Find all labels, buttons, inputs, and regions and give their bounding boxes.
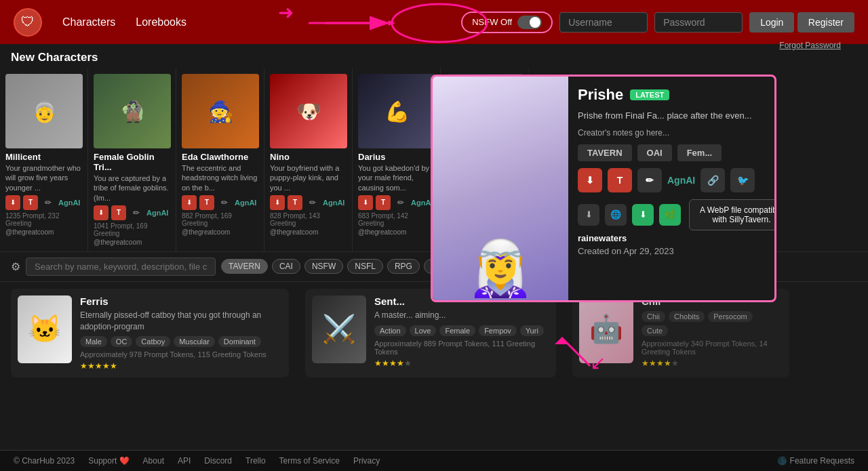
filter-icon[interactable]: ⚙ — [11, 260, 20, 273]
register-button[interactable]: Register — [797, 12, 854, 33]
char-card-goblin[interactable]: 🧌 Female Goblin Tri... You are captured … — [88, 68, 176, 251]
char-list-desc-sent: A master... aiming... — [374, 310, 549, 321]
tag-oc[interactable]: OC — [111, 336, 133, 347]
modal-dl-webp[interactable]: 🌿 — [659, 204, 681, 226]
footer-api[interactable]: API — [178, 456, 191, 466]
modal-share-btn[interactable]: 🔗 — [701, 168, 725, 192]
footer-tos[interactable]: Terms of Service — [279, 456, 340, 466]
tag-chobits[interactable]: Chobits — [669, 311, 705, 322]
tavern-btn-eda[interactable]: T — [199, 195, 214, 210]
tag-persocom[interactable]: Persocom — [708, 311, 753, 322]
modal-dl-dark1[interactable]: ⬇ — [578, 204, 599, 226]
modal-agn-badge[interactable]: AgnAI — [667, 175, 695, 186]
modal-edit-btn[interactable]: ✏ — [637, 168, 662, 192]
download-btn-millicent[interactable]: ⬇ — [5, 195, 20, 210]
nav-lorebooks[interactable]: Lorebooks — [136, 16, 186, 28]
char-stats-eda: 882 Prompt, 169 Greeting — [182, 212, 258, 227]
login-button[interactable]: Login — [749, 12, 794, 33]
tag-fempov[interactable]: Fempov — [479, 325, 517, 336]
modal-tab-fem[interactable]: Fem... — [677, 144, 722, 161]
modal-twitter-btn[interactable]: 🐦 — [730, 168, 755, 192]
footer-support[interactable]: Support ❤️ — [88, 456, 129, 466]
char-info-chii: Chii Chii Chobits Persocom Cute Approxim… — [642, 295, 783, 371]
filter-tag-tavern[interactable]: TAVERN — [221, 259, 268, 274]
agn-badge-nino[interactable]: AgnAI — [323, 199, 344, 207]
char-card-nino[interactable]: 🐶 Nino Your boyfriend with a puppy-play … — [264, 68, 353, 251]
modal-dl-green[interactable]: ⬇ — [632, 204, 654, 226]
filter-tag-nsfw[interactable]: NSFW — [304, 259, 343, 274]
agn-badge-millicent[interactable]: AgnAI — [58, 199, 80, 207]
username-input[interactable] — [559, 12, 648, 33]
filter-tag-cai[interactable]: CAI — [272, 259, 300, 274]
footer: © CharHub 2023 Support ❤️ About API Disc… — [0, 450, 868, 471]
footer-trello[interactable]: Trello — [245, 456, 266, 466]
char-stats-chii: Approximately 340 Prompt Tokens, 14 Gree… — [642, 340, 783, 356]
modal-dl-globe[interactable]: 🌐 — [605, 204, 627, 226]
char-list-tags-chii: Chii Chobits Persocom Cute — [642, 311, 783, 336]
modal-tab-oai[interactable]: OAI — [637, 144, 672, 161]
char-card-millicent[interactable]: 👵 Millicent Your grandmother who will gr… — [0, 68, 88, 251]
edit-btn-nino[interactable]: ✏ — [305, 195, 320, 210]
tag-love[interactable]: Love — [410, 325, 437, 336]
nsfw-toggle[interactable]: NSFW Off — [461, 12, 553, 33]
char-image-millicent: 👵 — [5, 74, 83, 148]
footer-discord[interactable]: Discord — [204, 456, 232, 466]
tooltip-box: A WebP file compatible with SillyTavern. — [689, 199, 776, 230]
nav-characters[interactable]: Characters — [62, 16, 115, 28]
forgot-password-link[interactable]: Forgot Password — [779, 41, 841, 50]
tavern-btn-nino[interactable]: T — [288, 195, 302, 210]
tag-catboy[interactable]: Catboy — [136, 336, 170, 347]
tavern-btn-millicent[interactable]: T — [23, 195, 38, 210]
char-card-darius[interactable]: 💪 Darius You got kabedon'd by your male … — [353, 68, 441, 251]
agn-badge-goblin[interactable]: AgnAI — [146, 209, 168, 217]
filter-tag-nsfl[interactable]: NSFL — [347, 259, 383, 274]
char-author-darius: @thegreatcoom — [358, 228, 435, 236]
modal-tab-tavern[interactable]: TAVERN — [578, 144, 632, 161]
modal-notes: Creator's notes go here... — [578, 128, 776, 138]
char-name-goblin: Female Goblin Tri... — [94, 152, 170, 172]
char-card-eda[interactable]: 🧙 Eda Clawthorne The eccentric and heads… — [176, 68, 264, 251]
filter-tag-rpg[interactable]: RPG — [387, 259, 420, 274]
agn-badge-eda[interactable]: AgnAI — [235, 199, 256, 207]
modal-tavern-btn[interactable]: T — [608, 168, 632, 192]
download-btn-eda[interactable]: ⬇ — [182, 195, 197, 210]
tag-male[interactable]: Male — [80, 336, 107, 347]
char-author-nino: @thegreatcoom — [270, 228, 347, 236]
agn-badge-darius[interactable]: AgnAI — [411, 199, 433, 207]
tag-muscular[interactable]: Muscular — [174, 336, 215, 347]
edit-btn-darius[interactable]: ✏ — [393, 195, 408, 210]
modal-desc: Prishe from Final Fa... place after the … — [578, 109, 776, 123]
password-input[interactable] — [654, 12, 743, 33]
char-thumb-sent: ⚔️ — [312, 295, 366, 363]
tag-female[interactable]: Female — [439, 325, 475, 336]
tag-chii[interactable]: Chii — [642, 311, 665, 322]
char-image-eda: 🧙 — [182, 74, 259, 148]
search-input[interactable] — [26, 258, 216, 276]
tag-cute[interactable]: Cute — [642, 325, 668, 336]
header: 🛡 Characters Lorebooks NSFW Off Login Re… — [0, 0, 868, 44]
tag-dominant[interactable]: Dominant — [218, 336, 261, 347]
edit-btn-millicent[interactable]: ✏ — [41, 195, 56, 210]
char-author-eda: @thegreatcoom — [182, 228, 258, 236]
new-characters-title: New Characters — [0, 44, 868, 68]
char-stars-ferris: ★★★★★ — [80, 361, 282, 371]
tavern-btn-goblin[interactable]: T — [111, 205, 126, 220]
footer-privacy[interactable]: Privacy — [353, 456, 380, 466]
download-btn-darius[interactable]: ⬇ — [358, 195, 373, 210]
tag-yuri[interactable]: Yuri — [520, 325, 544, 336]
list-item-ferris[interactable]: 🐱 Ferris Eternally pissed-off catboy tha… — [11, 289, 289, 378]
char-desc-millicent: Your grandmother who will grow five year… — [5, 163, 82, 192]
download-btn-goblin[interactable]: ⬇ — [94, 205, 108, 220]
modal-download-btn[interactable]: ⬇ — [578, 168, 602, 192]
edit-btn-eda[interactable]: ✏ — [217, 195, 232, 210]
tag-action[interactable]: Action — [374, 325, 406, 336]
footer-feature-requests[interactable]: 🌑 Feature Requests — [777, 456, 854, 466]
modal-action-buttons: ⬇ T ✏ AgnAI 🔗 🐦 — [578, 168, 776, 192]
nsfw-switch[interactable] — [517, 16, 542, 29]
edit-btn-goblin[interactable]: ✏ — [129, 205, 144, 220]
download-btn-nino[interactable]: ⬇ — [270, 195, 285, 210]
footer-about[interactable]: About — [143, 456, 164, 466]
tavern-btn-darius[interactable]: T — [376, 195, 391, 210]
char-desc-eda: The eccentric and headstrong witch livin… — [182, 163, 258, 192]
char-image-darius: 💪 — [358, 74, 435, 148]
